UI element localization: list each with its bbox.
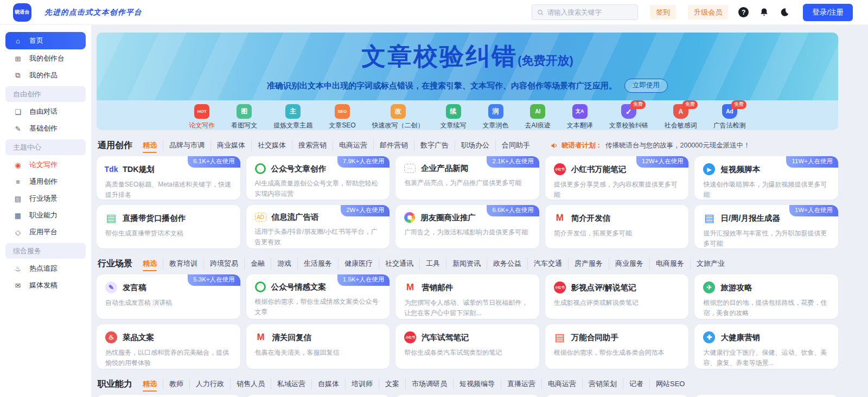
category-tab[interactable]: 短视频编导 (453, 378, 501, 390)
app-card[interactable] (545, 395, 689, 397)
category-tab[interactable]: 新闻资讯 (446, 258, 487, 270)
category-tab[interactable]: 社交通讯 (379, 258, 419, 270)
quick-tool-ad-law-check[interactable]: Ad免费广告法检测 (713, 104, 746, 130)
category-tab[interactable]: 商业服务 (609, 258, 649, 270)
quick-tool-remove-ai-trace[interactable]: AI去AI痕迹 (525, 104, 551, 130)
quick-tool-sensitive-words[interactable]: A免费社会敏感词 (665, 104, 697, 130)
app-card-live-commerce-script[interactable]: ▤直播带货口播创作帮你生成直播带货话术文稿 (97, 205, 240, 248)
category-tab[interactable]: 记者 (623, 378, 649, 390)
app-card-marketing-email[interactable]: M营销邮件为您撰写令人感动、诚挚的节日祝福邮件，让您在客户心中留下深刻... (395, 274, 539, 319)
app-card-feed-ad-copy[interactable]: 2W+人在使用AD信息流广告语适用于头条/抖音/朋友圈/小红书等平台，广告更有效 (246, 205, 390, 248)
quick-tool-paper-writing[interactable]: HOT论文写作 (189, 104, 215, 130)
app-card-film-review-note[interactable]: 小红书影视点评/解说笔记生成影视点评类或解说类笔记 (545, 274, 689, 319)
category-tab[interactable]: 跨境贸易 (203, 258, 244, 270)
category-tab[interactable]: 营销策划 (582, 378, 623, 390)
sidebar-item-app-platform[interactable]: ◇应用平台 (5, 225, 86, 240)
help-button[interactable]: ? (738, 7, 749, 17)
category-tab[interactable]: 邮件营销 (373, 139, 414, 151)
category-tab[interactable]: 教师 (163, 378, 189, 390)
sidebar-item-free-chat[interactable]: ❏自由对话 (5, 104, 86, 119)
app-card-short-video-script[interactable]: 11W+人在使用▶短视频脚本快速创作吸睛脚本，为爆款视频提供更多可能 (694, 156, 838, 200)
sidebar-item-my-workbench[interactable]: ⊞我的创作台 (5, 51, 86, 66)
app-card-contract-helper[interactable]: ▤万能合同助手根据你的需求，帮你生成各类合同范本 (545, 324, 689, 369)
category-tab[interactable]: 政务公益 (487, 258, 527, 270)
category-tab[interactable]: 培训师 (345, 378, 379, 390)
category-tab[interactable]: 精选 (137, 258, 163, 270)
app-card-customs-reply-letter[interactable]: M清关回复信包裹在海关清关，客服回复信 (246, 324, 390, 369)
category-tab[interactable]: 文旅产业 (690, 258, 731, 270)
category-tab[interactable]: 直播运营 (501, 378, 541, 390)
category-tab[interactable]: 数字广告 (414, 139, 455, 151)
category-tab[interactable]: 电商服务 (649, 258, 690, 270)
app-card[interactable] (246, 395, 390, 397)
category-tab[interactable]: 文案 (379, 378, 405, 390)
app-card-wechat-emotion-copy[interactable]: 1.5K+人在使用公众号情感文案根据你的需求，帮你生成情感文案类公众号文章 (246, 274, 390, 319)
app-card-dish-copy[interactable]: ♨菜品文案热忱服务，以口感和营养的完美融合，提供愉悦的用餐体验 (97, 324, 240, 369)
search-input[interactable] (547, 9, 633, 16)
category-tab[interactable]: 社交媒体 (251, 139, 292, 151)
upgrade-vip-button[interactable]: 升级会员 (688, 5, 728, 20)
promo-announcement[interactable]: 晓语者计划：传播晓语台与您的故事，200000元现金派送中！ (550, 141, 750, 150)
category-tab[interactable]: 生活服务 (297, 258, 338, 270)
category-tab[interactable]: 精选 (137, 378, 163, 390)
category-tab[interactable]: 电商运营 (333, 139, 373, 151)
app-card[interactable] (694, 395, 838, 397)
app-card-enterprise-news[interactable]: 2.1K+人在使用⋯企业产品新闻包装产品亮点，为产品推广提供更多可能 (395, 156, 539, 200)
sidebar-item-career-skill[interactable]: ▦职业能力 (5, 208, 86, 223)
app-card[interactable] (97, 395, 240, 397)
category-tab[interactable]: 房产服务 (568, 258, 609, 270)
quick-tool-extract-topic[interactable]: 主提炼文章主题 (273, 104, 312, 130)
app-card[interactable] (395, 395, 539, 397)
category-tab[interactable]: 搜索营销 (292, 139, 333, 151)
app-card-test-drive-note[interactable]: 小红书汽车试驾笔记帮你生成各类汽车试驾类型的笔记 (395, 324, 539, 369)
sidebar-item-basic-creation[interactable]: ✎基础创作 (5, 121, 86, 136)
sidebar-item-home[interactable]: ⌂首页 (5, 32, 86, 49)
login-register-button[interactable]: 登录/注册 (803, 4, 853, 21)
category-tab[interactable]: 市场调研员 (405, 378, 453, 390)
sidebar-item-industry-scene[interactable]: ▤行业场景 (5, 191, 86, 206)
category-tab[interactable]: 人力行政 (189, 378, 230, 390)
app-card-moments-promo[interactable]: 6.6K+人在使用朋友圈商业推广广而告之，为激活私域影响力提供更多可能 (395, 205, 539, 248)
app-card-travel-guide[interactable]: ✈旅游攻略根据您的目的地，提供包括路线，花费，住宿，美食的攻略 (694, 274, 838, 319)
category-tab[interactable]: 商业媒体 (210, 139, 251, 151)
app-card-xiaohongshu-note[interactable]: 12W+人在使用小红书小红书万能笔记提供更多分享灵感，为内容权重提供更多可能 (545, 156, 689, 200)
category-tab[interactable]: 金融 (244, 258, 271, 270)
app-card-tdk-plan[interactable]: 6.1K+人在使用TdkTDK规划高质量SEO标题、Meta描述和关键字，快速提… (97, 156, 240, 200)
sidebar-item-general-creation[interactable]: ≡通用创作 (5, 174, 86, 189)
app-card-health-marketing[interactable]: ✚大健康营销大健康行业下医疗、保健、运动、饮食、美容、康复、养老等场景... (694, 324, 838, 369)
category-tab[interactable]: 合同助手 (495, 139, 536, 151)
app-card-report-generator[interactable]: 1W+人在使用▤日/周/月报生成器提升汇报效率与丰富性，为升职加薪提供更多可能 (694, 205, 838, 248)
theme-toggle-button[interactable] (780, 7, 790, 17)
app-card-intro-dev-letter[interactable]: M简介开发信简介开发信，拓展更多可能 (545, 205, 689, 248)
notifications-button[interactable] (759, 7, 769, 17)
category-tab[interactable]: 教育培训 (163, 258, 203, 270)
app-logo[interactable]: 晓语台 (13, 3, 31, 22)
sidebar-item-hotspot-tracking[interactable]: ♨热点追踪 (5, 261, 86, 276)
category-tab[interactable]: 游戏 (271, 258, 297, 270)
category-tab[interactable]: 品牌与市调 (163, 139, 210, 151)
app-card-speech-draft[interactable]: 5.3K+人在使用✎发言稿自动生成发言稿 演讲稿 (97, 274, 240, 319)
category-tab[interactable]: 健康医疗 (338, 258, 379, 270)
category-tab[interactable]: 职场办公 (455, 139, 495, 151)
quick-tool-quick-rewrite[interactable]: 改快速改写（二创） (372, 104, 424, 130)
search-box[interactable] (532, 4, 638, 20)
category-tab[interactable]: 私域运营 (271, 378, 311, 390)
quick-tool-article-continue[interactable]: 续文章续写 (441, 104, 467, 130)
app-card-wechat-article[interactable]: 7.9K+人在使用公众号文章创作AI生成高质量原创公众号文章，帮助您轻松实现内容… (246, 156, 390, 200)
quick-tool-text-translate[interactable]: 文A文本翻译 (567, 104, 593, 130)
banner-cta-button[interactable]: 立即使用 (624, 79, 668, 93)
category-tab[interactable]: 精选 (137, 139, 163, 151)
checkin-button[interactable]: 签到 (650, 5, 676, 20)
quick-tool-article-polish[interactable]: 润文章润色 (483, 104, 509, 130)
sidebar-item-paper-writing[interactable]: ◉论文写作 (5, 157, 86, 172)
sidebar-item-my-works[interactable]: ⧉我的作品 (5, 68, 86, 83)
category-tab[interactable]: 汽车交通 (527, 258, 568, 270)
quick-tool-proofread[interactable]: ✓免费文章校验纠错 (609, 104, 648, 130)
sidebar-item-media-publish[interactable]: ✉媒体发稿 (5, 278, 86, 293)
category-tab[interactable]: 网站SEO (649, 378, 691, 390)
quick-tool-article-seo[interactable]: SEO文章SEO (329, 104, 355, 130)
category-tab[interactable]: 工具 (419, 258, 446, 270)
category-tab[interactable]: 电商运营 (541, 378, 582, 390)
category-tab[interactable]: 自媒体 (311, 378, 345, 390)
quick-tool-picture-writing[interactable]: 图看图写文 (231, 104, 257, 130)
